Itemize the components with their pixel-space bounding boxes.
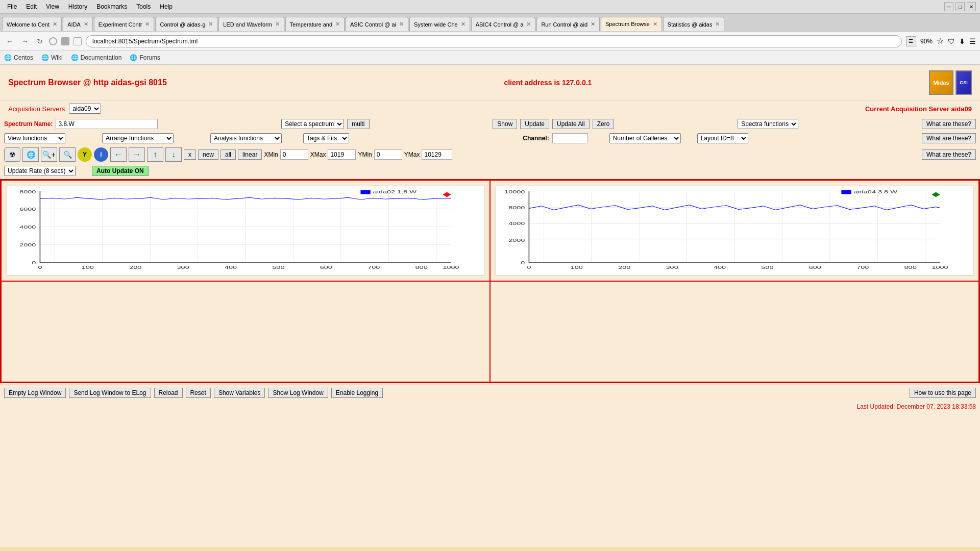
chart-cell-1[interactable]: 0 2000 4000 6000 8000 0 100 200 300 400 …: [1, 180, 490, 281]
bookmark-star-icon[interactable]: ☆: [937, 36, 944, 46]
tab-asic4[interactable]: ASIC4 Control @ a ✕: [471, 17, 536, 31]
zero-button[interactable]: Zero: [593, 119, 615, 129]
layout-id-dropdown[interactable]: Layout ID=8: [697, 133, 748, 143]
menu-history[interactable]: History: [65, 2, 90, 11]
channel-input[interactable]: [552, 133, 588, 143]
tab-asic-control[interactable]: ASIC Control @ ai ✕: [346, 17, 408, 31]
tab-experiment[interactable]: Experiment Contr ✕: [94, 17, 155, 31]
update-all-button[interactable]: Update All: [552, 119, 590, 129]
last-updated-text: Last Updated: December 07, 2023 18:33:58: [857, 403, 976, 410]
tab-close-asic4[interactable]: ✕: [526, 21, 531, 28]
tab-close-system[interactable]: ✕: [461, 21, 465, 28]
view-functions-dropdown[interactable]: View functions: [4, 133, 65, 143]
tab-close-spectrum[interactable]: ✕: [653, 21, 657, 28]
bookmark-centos[interactable]: 🌐 Centos: [4, 54, 33, 61]
tab-close-led[interactable]: ✕: [275, 21, 280, 28]
update-rate-dropdown[interactable]: Update Rate (8 secs): [4, 166, 76, 176]
how-to-use-button[interactable]: How to use this page: [910, 388, 976, 398]
tab-spectrum-browser[interactable]: Spectrum Browse ✕: [601, 17, 662, 31]
ymax-input[interactable]: [422, 149, 452, 160]
secondary-logo: GSI: [955, 70, 972, 95]
menu-help[interactable]: Help: [157, 2, 176, 11]
tags-fits-dropdown[interactable]: Tags & Fits: [303, 133, 349, 143]
tab-control[interactable]: Control @ aidas-g ✕: [155, 17, 217, 31]
minimize-button[interactable]: ─: [944, 2, 953, 11]
reload-nav-button[interactable]: ↻: [35, 36, 45, 46]
menu-view[interactable]: View: [43, 2, 62, 11]
show-log-window-button[interactable]: Show Log Window: [268, 388, 328, 398]
bookmark-forums[interactable]: 🌐 Forums: [130, 54, 160, 61]
forward-button[interactable]: →: [19, 36, 31, 46]
left-arrow-button[interactable]: ←: [110, 147, 127, 162]
back-button[interactable]: ←: [4, 36, 15, 46]
tab-system-wide[interactable]: System wide Che ✕: [409, 17, 470, 31]
hamburger-menu-icon[interactable]: ☰: [969, 37, 976, 45]
maximize-button[interactable]: □: [955, 2, 965, 11]
chart-cell-4: [490, 281, 979, 382]
show-button[interactable]: Show: [493, 119, 517, 129]
menu-file[interactable]: File: [4, 2, 20, 11]
send-log-button[interactable]: Send Log Window to ELog: [69, 388, 151, 398]
tab-led[interactable]: LED and Waveform ✕: [218, 17, 284, 31]
number-of-galleries-dropdown[interactable]: Number of Galleries: [609, 133, 681, 143]
enable-logging-button[interactable]: Enable Logging: [331, 388, 383, 398]
tab-welcome[interactable]: Welcome to Cent ✕: [2, 17, 62, 31]
tab-close-temperature[interactable]: ✕: [335, 21, 340, 28]
zoom-out-red-icon-button[interactable]: 🔍: [59, 147, 76, 162]
acq-server-select[interactable]: aida09: [69, 104, 101, 114]
tab-temperature[interactable]: Temperature and ✕: [285, 17, 345, 31]
auto-update-button[interactable]: Auto Update ON: [92, 166, 149, 176]
tab-close-run[interactable]: ✕: [591, 21, 595, 28]
show-variables-button[interactable]: Show Variables: [214, 388, 265, 398]
update-button[interactable]: Update: [520, 119, 549, 129]
url-bar[interactable]: [86, 35, 902, 47]
xmax-input[interactable]: [328, 149, 356, 160]
down-arrow-button[interactable]: ↓: [165, 147, 182, 162]
menu-bookmarks[interactable]: Bookmarks: [93, 2, 130, 11]
globe-icon-button[interactable]: 🌐: [22, 147, 39, 162]
analysis-functions-dropdown[interactable]: Analysis functions: [210, 133, 282, 143]
tab-statistics[interactable]: Statistics @ aidas ✕: [663, 17, 725, 31]
info-button[interactable]: i: [94, 147, 108, 162]
what-are-these-2-button[interactable]: What are these?: [922, 133, 976, 143]
new-button[interactable]: new: [198, 149, 218, 160]
ymin-input[interactable]: [374, 149, 402, 160]
bookmark-documentation[interactable]: 🌐 Documentation: [71, 54, 122, 61]
reset-button[interactable]: Reset: [186, 388, 211, 398]
tab-close-asic[interactable]: ✕: [399, 21, 404, 28]
zoom-in-icon-button[interactable]: 🔍+: [41, 147, 57, 162]
y-button[interactable]: Y: [78, 147, 92, 162]
tab-close-experiment[interactable]: ✕: [145, 21, 150, 28]
arrange-functions-dropdown[interactable]: Arrange functions: [102, 133, 174, 143]
radiation-icon-button[interactable]: ☢: [4, 147, 20, 162]
menu-edit[interactable]: Edit: [23, 2, 40, 11]
what-are-these-1-button[interactable]: What are these?: [922, 119, 976, 129]
chart-cell-2[interactable]: 0 2000 4000 8000 10000 0 100 200 300 400…: [490, 180, 979, 281]
linear-button[interactable]: linear: [238, 149, 262, 160]
right-arrow-button[interactable]: →: [129, 147, 145, 162]
spectrum-name-input[interactable]: [56, 119, 158, 129]
tab-run-control[interactable]: Run Control @ aid ✕: [536, 17, 600, 31]
what-are-these-3-button[interactable]: What are these?: [922, 149, 976, 160]
close-button[interactable]: ✕: [967, 2, 976, 11]
bookmark-wiki[interactable]: 🌐 Wiki: [41, 54, 63, 61]
xmin-input[interactable]: [280, 149, 308, 160]
spectra-functions-dropdown[interactable]: Spectra functions: [738, 119, 798, 129]
reload-button[interactable]: Reload: [154, 388, 183, 398]
tab-aida[interactable]: AIDA ✕: [63, 17, 93, 31]
tab-close-control[interactable]: ✕: [208, 21, 213, 28]
logo-area: Midas GSI: [929, 70, 972, 95]
tab-close-statistics[interactable]: ✕: [715, 21, 720, 28]
menu-tools[interactable]: Tools: [133, 2, 154, 11]
select-spectrum-dropdown[interactable]: Select a spectrum: [281, 119, 344, 129]
tab-close-aida[interactable]: ✕: [84, 21, 88, 28]
client-address: client address is 127.0.0.1: [504, 79, 592, 87]
x-button[interactable]: x: [184, 149, 196, 160]
download-icon[interactable]: ⬇: [959, 37, 965, 45]
all-button[interactable]: all: [220, 149, 236, 160]
tab-close-welcome[interactable]: ✕: [53, 21, 57, 28]
multi-button[interactable]: multi: [347, 119, 369, 129]
up-arrow-button[interactable]: ↑: [147, 147, 163, 162]
svg-text:100: 100: [571, 265, 583, 270]
empty-log-button[interactable]: Empty Log Window: [4, 388, 66, 398]
